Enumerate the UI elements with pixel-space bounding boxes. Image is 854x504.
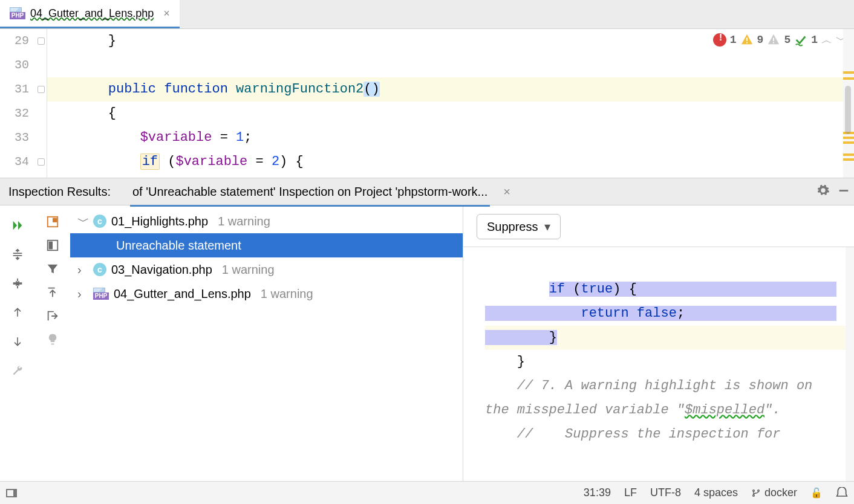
svg-point-11 xyxy=(758,489,760,491)
line-gutter: 29 30 31 32 33 34 xyxy=(0,29,35,178)
gear-icon[interactable] xyxy=(817,184,830,200)
preview-pane: Suppress ▾ if (true) { return false; } }… xyxy=(463,205,854,481)
tool-column-1 xyxy=(0,205,35,481)
tab-filename: 04_Gutter_and_Lens.php xyxy=(30,7,154,20)
branch-icon xyxy=(751,488,761,498)
minimize-icon[interactable] xyxy=(837,184,850,200)
expand-all-icon[interactable] xyxy=(7,244,28,265)
close-crumb-icon[interactable]: × xyxy=(503,185,510,199)
tool-column-2 xyxy=(35,205,70,481)
warning-icon xyxy=(740,33,754,47)
chevron-right-icon: › xyxy=(77,287,88,301)
class-file-icon: c xyxy=(93,263,106,276)
tree-problem-row[interactable]: Unreachable statement xyxy=(70,233,463,257)
filter-icon[interactable] xyxy=(46,262,59,277)
status-bar: 31:39 LF UTF-8 4 spaces docker 🔓 xyxy=(0,481,854,504)
bulb-icon[interactable] xyxy=(47,333,59,347)
lock-icon[interactable]: 🔓 xyxy=(810,487,823,499)
wrench-icon[interactable] xyxy=(7,360,28,381)
autoscroll-icon[interactable] xyxy=(46,239,59,254)
prev-highlight-icon[interactable]: ︿ xyxy=(821,33,832,47)
error-stripe[interactable] xyxy=(843,29,854,178)
tool-window-icon[interactable] xyxy=(6,489,17,497)
panel-crumb[interactable]: of 'Unreachable statement' Inspection on… xyxy=(130,178,490,206)
preview-code[interactable]: if (true) { return false; } } // 7. A wa… xyxy=(463,247,854,481)
chevron-down-icon: ▾ xyxy=(544,219,550,234)
inspection-summary[interactable]: 1 9 5 1 ︿ ﹀ xyxy=(713,33,847,47)
indent-setting[interactable]: 4 spaces xyxy=(694,486,738,499)
panel-title: Inspection Results: xyxy=(8,185,123,199)
line-number: 34 xyxy=(0,150,29,174)
file-tab[interactable]: PHP 04_Gutter_and_Lens.php × xyxy=(0,0,180,28)
svg-rect-2 xyxy=(773,37,774,41)
export-icon[interactable] xyxy=(46,309,59,325)
svg-rect-3 xyxy=(773,42,774,44)
inspection-panel: ﹀ c 01_Highlights.php 1 warning Unreacha… xyxy=(0,205,854,481)
class-file-icon: c xyxy=(93,215,106,228)
code-content[interactable]: } public function warningFunction2() { $… xyxy=(47,29,854,178)
chevron-down-icon: ﹀ xyxy=(77,213,88,230)
collapse-all-icon[interactable] xyxy=(7,273,28,294)
line-number: 33 xyxy=(0,126,29,150)
next-icon[interactable] xyxy=(7,331,28,352)
git-branch[interactable]: docker xyxy=(751,486,797,499)
svg-rect-6 xyxy=(53,219,57,222)
editor-tabs: PHP 04_Gutter_and_Lens.php × xyxy=(0,0,854,29)
suppress-button[interactable]: Suppress ▾ xyxy=(477,214,561,239)
weak-warning-icon xyxy=(767,33,780,47)
line-number: 31 xyxy=(0,77,29,102)
line-separator[interactable]: LF xyxy=(624,486,637,499)
php-file-icon: PHP xyxy=(93,288,109,300)
fold-handle[interactable] xyxy=(35,77,47,102)
svg-rect-0 xyxy=(746,37,748,41)
svg-point-10 xyxy=(753,494,755,496)
tree-file-row[interactable]: ﹀ c 01_Highlights.php 1 warning xyxy=(70,209,463,233)
preview-toolbar: Suppress ▾ xyxy=(463,205,854,247)
group-by-icon[interactable] xyxy=(46,215,59,230)
caret-position[interactable]: 31:39 xyxy=(584,486,611,499)
fold-column xyxy=(35,29,47,178)
fold-handle[interactable] xyxy=(35,150,47,174)
inspection-panel-header: Inspection Results: of 'Unreachable stat… xyxy=(0,178,854,205)
scrollbar-thumb[interactable] xyxy=(845,86,851,134)
file-encoding[interactable]: UTF-8 xyxy=(650,486,681,499)
svg-rect-1 xyxy=(746,42,748,44)
code-editor[interactable]: 29 30 31 32 33 34 } public function warn… xyxy=(0,29,854,178)
error-icon xyxy=(713,33,726,47)
inspection-tree[interactable]: ﹀ c 01_Highlights.php 1 warning Unreacha… xyxy=(70,205,463,481)
export-top-icon[interactable] xyxy=(46,286,59,301)
fold-handle[interactable] xyxy=(35,29,47,53)
typo-check-icon xyxy=(794,33,807,47)
line-number: 32 xyxy=(0,102,29,126)
tree-file-row[interactable]: › c 03_Navigation.php 1 warning xyxy=(70,257,463,282)
preview-scrollbar[interactable] xyxy=(846,247,854,481)
php-file-icon: PHP xyxy=(10,7,25,19)
notifications-icon[interactable] xyxy=(836,487,848,499)
svg-point-9 xyxy=(753,489,755,491)
tree-file-row[interactable]: › PHP 04_Gutter_and_Lens.php 1 warning xyxy=(70,282,463,306)
close-tab-icon[interactable]: × xyxy=(163,7,170,20)
svg-rect-4 xyxy=(839,190,849,192)
line-number: 29 xyxy=(0,29,29,53)
chevron-right-icon: › xyxy=(77,263,88,277)
rerun-icon[interactable] xyxy=(7,215,28,236)
prev-icon[interactable] xyxy=(7,302,28,323)
svg-rect-8 xyxy=(50,242,53,249)
line-number: 30 xyxy=(0,53,29,77)
